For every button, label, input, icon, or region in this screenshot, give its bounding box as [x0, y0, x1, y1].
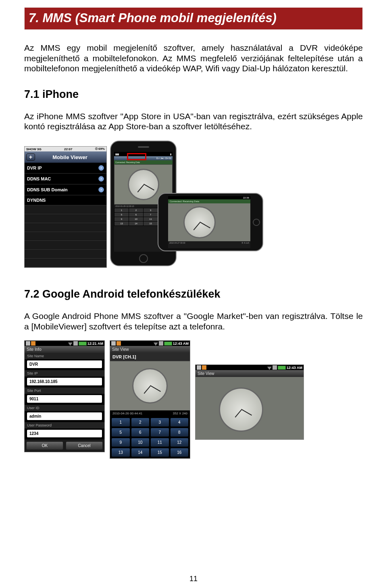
site-ip-field[interactable]: 192.168.10.185 — [27, 378, 102, 385]
channel-key[interactable]: 13 — [112, 448, 130, 457]
empty-row — [25, 259, 106, 267]
screen-title: Site View — [196, 370, 304, 377]
list-label: DYNDNS — [27, 198, 46, 203]
channel-label: DVR [CH.1] — [110, 353, 190, 361]
status-bar: 22:36 — [168, 196, 250, 199]
para-7-1: Az iPhone MMS szoftver "App Store in USA… — [24, 111, 363, 132]
channel-key[interactable]: 1 — [112, 418, 130, 427]
channel-key[interactable]: 2 — [129, 208, 143, 212]
nav-title: Mobile Viewer — [35, 154, 105, 160]
wifi-icon — [267, 365, 272, 370]
channel-key[interactable]: 8 — [171, 428, 189, 437]
channel-key[interactable]: 6 — [131, 428, 150, 437]
channel-key[interactable]: 14 — [131, 448, 150, 457]
status-label: Connected: Receiving Data — [168, 199, 250, 203]
channel-key[interactable]: 13 — [114, 222, 129, 226]
highlight-box — [127, 153, 146, 160]
channel-key[interactable]: 4 — [171, 418, 189, 427]
android-siteview-card: 12:43 AM Site View DVR [CH.1] 2010-04-26… — [110, 340, 190, 459]
wifi-icon — [68, 341, 73, 346]
status-bar: 12:21 AM — [25, 341, 104, 346]
chevron-right-icon: › — [98, 176, 104, 182]
status-bar: 12:43 AM — [110, 341, 190, 346]
section-7-intro: Az MMS egy mobil megjelenítő szoftver, a… — [24, 43, 363, 74]
status-label: Connected: Receiving Data — [114, 160, 173, 164]
android-siteinfo-card: 12:21 AM Site Info Site Name DVR Site IP… — [24, 340, 105, 452]
chevron-right-icon: › — [98, 165, 104, 171]
channel-key[interactable]: 16 — [171, 448, 189, 457]
battery-label: ⦾ 69% — [95, 147, 105, 151]
resolution-label: 352 X 240 — [173, 412, 187, 415]
list-item[interactable]: DDNS MAC › — [25, 174, 106, 184]
clock-label: 12:21 AM — [87, 342, 103, 346]
section-7-header: 7. MMS (Smart Phone mobil megjelenítés) — [24, 7, 363, 30]
clock-label: 22:07 — [64, 147, 72, 151]
resolution-label: R: 8.1x5 — [241, 242, 249, 244]
empty-row — [25, 205, 106, 214]
airplane-icon — [73, 341, 78, 346]
channel-key[interactable]: 3 — [151, 418, 169, 427]
ok-button[interactable]: OK — [26, 441, 63, 450]
video-preview-clock — [168, 203, 250, 241]
list-item[interactable]: DYNDNS — [25, 195, 106, 205]
channel-key[interactable]: 9 — [114, 217, 129, 221]
list-item[interactable]: DVR IP › — [25, 163, 106, 174]
channel-key[interactable]: 11 — [151, 438, 169, 447]
user-password-field[interactable]: 1234 — [27, 430, 102, 437]
warning-icon — [202, 365, 206, 370]
channel-key[interactable]: 14 — [129, 222, 143, 226]
channel-key[interactable]: 2 — [131, 418, 150, 427]
channel-key[interactable]: 15 — [151, 448, 169, 457]
empty-row — [25, 250, 106, 259]
add-button[interactable]: + — [26, 153, 35, 161]
para-7-2: A Google Android Phone MMS szoftver a "G… — [24, 311, 363, 331]
app-icon — [111, 341, 116, 346]
app-icon — [197, 365, 201, 370]
user-id-field[interactable]: admin — [27, 412, 102, 420]
signal-icon: ▮▮▮ — [115, 153, 119, 155]
channel-key[interactable]: 15 — [144, 222, 158, 226]
field-label: Site Port — [25, 387, 104, 394]
screen-title: Site View — [110, 346, 190, 353]
iphone-mobileviewer-card: SHOW 3G 22:07 ⦾ 69% + Mobile Viewer DVR … — [24, 146, 107, 268]
site-name-field[interactable]: DVR — [27, 360, 102, 368]
clock-icon — [132, 368, 168, 404]
channel-key[interactable]: 7 — [144, 213, 158, 217]
cancel-button[interactable]: Cancel — [66, 441, 103, 450]
warning-icon — [117, 341, 121, 346]
chevron-right-icon: › — [98, 187, 104, 193]
channel-key[interactable]: 10 — [129, 217, 143, 221]
android-siteview-landscape-card: 12:43 AM Site View — [195, 364, 304, 440]
datetime-label: 2010-04-27 00:00 — [169, 242, 185, 244]
list-item[interactable]: DDNS SUB Domain › — [25, 184, 106, 195]
channel-keypad: 1 2 3 4 5 6 7 8 9 10 11 12 13 14 15 16 — [110, 416, 190, 458]
channel-key[interactable]: 3 — [144, 208, 158, 212]
clock-icon — [219, 387, 263, 432]
channel-key[interactable]: 5 — [112, 428, 130, 437]
footer-row: 2010-04-27 00:00 R: 8.1x5 — [168, 241, 250, 244]
home-button-icon[interactable] — [139, 254, 148, 263]
screen-title: Site Info — [25, 346, 104, 353]
empty-row — [25, 214, 106, 223]
empty-row — [25, 241, 106, 250]
channel-key[interactable]: 12 — [171, 438, 189, 447]
iphone-images-row: SHOW 3G 22:07 ⦾ 69% + Mobile Viewer DVR … — [24, 141, 363, 273]
channel-key[interactable]: 1 — [114, 208, 129, 212]
list-label: DVR IP — [27, 166, 42, 170]
heading-7-2: 7.2 Google Android telefonkészülékek — [24, 288, 363, 300]
iphone-landscape: 22:36 Connected: Receiving Data 2010-04-… — [158, 193, 263, 251]
channel-key[interactable]: 11 — [144, 217, 158, 221]
iphone-landscape-screen: 22:36 Connected: Receiving Data 2010-04-… — [168, 196, 250, 248]
site-port-field[interactable]: 9011 — [27, 395, 102, 403]
heading-7-1: 7.1 iPhone — [24, 88, 363, 101]
home-button-icon[interactable] — [253, 219, 260, 226]
wifi-icon — [154, 341, 158, 346]
status-bar: 12:43 AM — [196, 365, 304, 370]
channel-key[interactable]: 10 — [131, 438, 150, 447]
channel-key[interactable]: 7 — [151, 428, 169, 437]
button-row: OK Cancel — [25, 439, 104, 452]
battery-icon — [79, 342, 87, 346]
channel-key[interactable]: 5 — [114, 213, 129, 217]
channel-key[interactable]: 9 — [112, 438, 130, 447]
channel-key[interactable]: 6 — [129, 213, 143, 217]
